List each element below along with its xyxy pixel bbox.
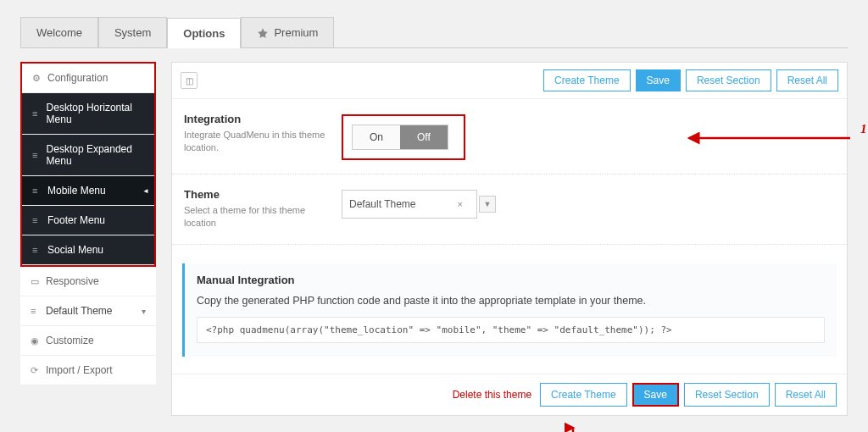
sidebar-item-label: Desktop Horizontal Menu bbox=[47, 102, 144, 125]
refresh-icon: ⟳ bbox=[31, 365, 39, 376]
menu-icon: ≡ bbox=[32, 215, 41, 225]
theme-select-value: Default Theme× bbox=[342, 190, 477, 219]
callout-number-1: 1 bbox=[860, 122, 867, 136]
save-button-bottom[interactable]: Save bbox=[632, 383, 679, 407]
sidebar-item-label: Social Menu bbox=[47, 244, 103, 256]
expand-icon: ◫ bbox=[186, 76, 193, 86]
sidebar-highlighted: ⚙Configuration ≡Desktop Horizontal Menu … bbox=[20, 62, 156, 267]
sidebar-item-label: Configuration bbox=[47, 72, 108, 84]
sidebar-import-export[interactable]: ⟳Import / Export bbox=[20, 356, 156, 385]
manual-title: Manual Integration bbox=[197, 274, 825, 286]
menu-icon: ≡ bbox=[32, 150, 40, 160]
sidebar-item-desktop-horizontal[interactable]: ≡Desktop Horizontal Menu bbox=[22, 93, 154, 135]
callout-arrow-1 bbox=[681, 130, 867, 147]
gear-icon: ⚙ bbox=[32, 73, 41, 84]
integration-title: Integration bbox=[184, 113, 328, 125]
eye-icon: ◉ bbox=[31, 335, 39, 346]
theme-select[interactable]: Default Theme× ▼ bbox=[342, 190, 835, 219]
main-panel: ◫ Create Theme Save Reset Section Reset … bbox=[171, 62, 848, 416]
delete-theme-link[interactable]: Delete this theme bbox=[453, 389, 531, 401]
theme-desc: Select a theme for this theme location bbox=[184, 204, 328, 230]
tab-premium-label: Premium bbox=[274, 26, 318, 39]
toggle-off[interactable]: Off bbox=[400, 125, 448, 149]
sidebar-item-label: Default Theme bbox=[46, 305, 113, 317]
sidebar-configuration[interactable]: ⚙Configuration bbox=[22, 64, 154, 93]
sidebar-item-label: Footer Menu bbox=[47, 214, 105, 226]
reset-section-button-bottom[interactable]: Reset Section bbox=[684, 383, 770, 407]
callout-arrow-2 bbox=[565, 421, 581, 432]
tab-options[interactable]: Options bbox=[167, 18, 241, 48]
integration-desc: Integrate QuadMenu in this theme locatio… bbox=[184, 129, 328, 155]
sidebar-item-mobile-menu[interactable]: ≡Mobile Menu bbox=[22, 176, 154, 206]
left-column: ⚙Configuration ≡Desktop Horizontal Menu … bbox=[20, 62, 156, 385]
sidebar-customize[interactable]: ◉Customize bbox=[20, 326, 156, 356]
menu-icon: ≡ bbox=[31, 306, 39, 316]
callout-2-wrap: 2 bbox=[20, 421, 848, 432]
sidebar-item-social-menu[interactable]: ≡Social Menu bbox=[22, 235, 154, 265]
theme-title: Theme bbox=[184, 188, 328, 201]
menu-icon: ≡ bbox=[32, 108, 40, 119]
top-tabs: Welcome System Options Premium bbox=[20, 17, 848, 48]
menu-icon: ≡ bbox=[32, 186, 41, 196]
integration-toggle[interactable]: On Off bbox=[352, 125, 448, 150]
tab-premium[interactable]: Premium bbox=[241, 17, 334, 47]
clear-icon[interactable]: × bbox=[451, 195, 470, 213]
sidebar-item-label: Import / Export bbox=[46, 364, 113, 376]
sidebar-default-theme[interactable]: ≡Default Theme▾ bbox=[20, 296, 156, 326]
sidebar-item-label: Responsive bbox=[46, 275, 99, 287]
menu-icon: ≡ bbox=[32, 245, 41, 255]
create-theme-button[interactable]: Create Theme bbox=[543, 69, 630, 91]
ribbon-icon bbox=[257, 27, 269, 39]
tab-system[interactable]: System bbox=[98, 17, 167, 47]
sidebar-responsive[interactable]: ▭Responsive bbox=[20, 267, 156, 296]
toggle-on[interactable]: On bbox=[353, 125, 400, 149]
sidebar-item-label: Mobile Menu bbox=[47, 185, 106, 197]
chevron-down-icon: ▾ bbox=[142, 307, 146, 316]
sidebar-item-footer-menu[interactable]: ≡Footer Menu bbox=[22, 206, 154, 235]
chevron-down-icon[interactable]: ▼ bbox=[479, 196, 496, 213]
create-theme-button-bottom[interactable]: Create Theme bbox=[540, 383, 626, 407]
reset-section-button[interactable]: Reset Section bbox=[686, 69, 771, 91]
save-button[interactable]: Save bbox=[636, 69, 681, 91]
sidebar-lower: ▭Responsive ≡Default Theme▾ ◉Customize ⟳… bbox=[20, 267, 156, 385]
integration-section: Integration Integrate QuadMenu in this t… bbox=[172, 99, 847, 174]
php-code-block[interactable]: <?php quadmenu(array("theme_location" =>… bbox=[197, 317, 825, 343]
sidebar-item-desktop-expanded[interactable]: ≡Desktop Expanded Menu bbox=[22, 135, 154, 176]
monitor-icon: ▭ bbox=[31, 276, 39, 287]
expand-button[interactable]: ◫ bbox=[181, 72, 198, 89]
manual-desc: Copy the generated PHP function code and… bbox=[197, 295, 825, 307]
theme-section: Theme Select a theme for this theme loca… bbox=[172, 174, 847, 245]
top-toolbar: ◫ Create Theme Save Reset Section Reset … bbox=[172, 63, 847, 99]
tab-welcome[interactable]: Welcome bbox=[20, 17, 98, 47]
sidebar-item-label: Customize bbox=[46, 335, 94, 346]
reset-all-button[interactable]: Reset All bbox=[776, 69, 838, 91]
bottom-toolbar: Delete this theme Create Theme Save Rese… bbox=[172, 374, 847, 415]
sidebar-item-label: Desktop Expanded Menu bbox=[47, 143, 144, 167]
reset-all-button-bottom[interactable]: Reset All bbox=[775, 383, 837, 407]
manual-integration-box: Manual Integration Copy the generated PH… bbox=[182, 263, 837, 357]
integration-toggle-highlight: On Off bbox=[342, 114, 465, 160]
